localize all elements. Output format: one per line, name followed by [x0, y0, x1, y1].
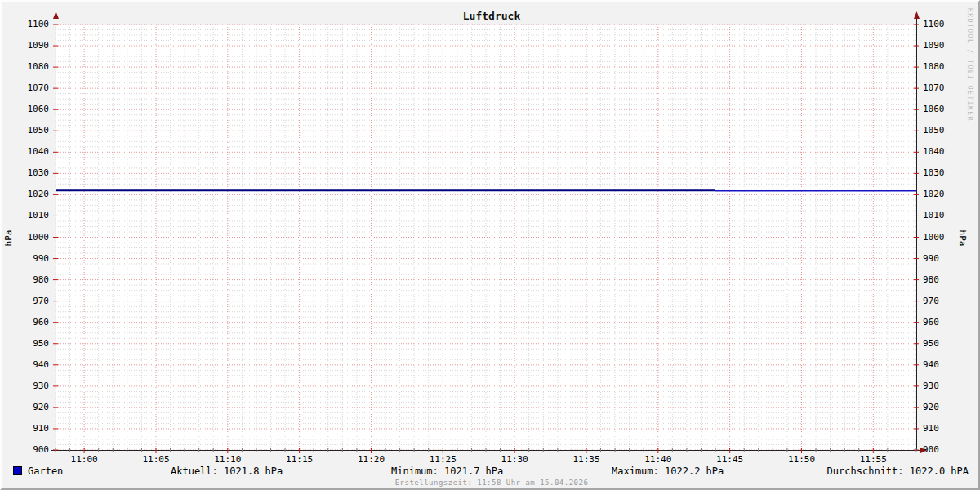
stat-durchschnitt: Durchschnitt: 1022.0 hPA	[827, 466, 969, 477]
stat-minimum: Minimum: 1021.7 hPa	[391, 466, 503, 477]
y-tick-label: 1050	[15, 126, 49, 136]
series-label: Garten	[28, 466, 63, 477]
y-tick-label: 900	[15, 445, 49, 455]
y-tick-label: 1010	[923, 211, 960, 220]
x-tick-label: 11:20	[358, 455, 385, 465]
series-color-swatch	[13, 466, 22, 475]
x-tick-label: 11:30	[501, 455, 528, 465]
y-tick-label: 910	[923, 424, 960, 434]
y-tick-label: 1090	[15, 41, 49, 51]
y-tick-label: 1030	[923, 168, 960, 178]
y-tick-label: 970	[15, 296, 49, 306]
y-tick-label: 980	[15, 275, 49, 285]
data-line	[56, 190, 916, 191]
y-tick-label: 1060	[923, 105, 960, 114]
y-axis-unit-right: hPa	[957, 222, 968, 255]
y-tick-label: 990	[923, 254, 960, 264]
chart-title: Luftdruck	[2, 10, 980, 22]
y-tick-label: 1100	[923, 20, 960, 29]
y-tick-label: 1070	[15, 83, 49, 93]
y-tick-label: 900	[923, 445, 960, 455]
rrdtool-watermark: RRDTOOL / TOBI OETIKER	[966, 8, 973, 122]
y-tick-label: 930	[923, 381, 960, 391]
x-tick-label: 11:35	[572, 455, 599, 465]
x-tick-label: 11:15	[286, 455, 313, 465]
y-tick-label: 910	[15, 424, 49, 434]
y-tick-label: 1080	[15, 62, 49, 72]
y-tick-label: 1030	[15, 168, 49, 178]
y-tick-label: 940	[15, 360, 49, 370]
y-tick-label: 1070	[923, 83, 960, 93]
y-tick-label: 1100	[15, 20, 49, 29]
y-axis-unit-left: hPa	[3, 222, 14, 255]
chart-plot-area	[2, 2, 980, 490]
stat-aktuell: Aktuell: 1021.8 hPa	[171, 466, 283, 477]
x-tick-label: 11:05	[142, 455, 169, 465]
x-tick-label: 11:45	[716, 455, 743, 465]
y-tick-label: 1050	[923, 126, 960, 136]
y-tick-label: 990	[15, 254, 49, 264]
y-tick-label: 1020	[923, 189, 960, 199]
y-tick-label: 970	[923, 296, 960, 306]
y-tick-label: 1090	[923, 41, 960, 51]
y-tick-label: 1020	[15, 189, 49, 199]
x-tick-label: 11:25	[430, 455, 457, 465]
y-tick-label: 1000	[15, 233, 49, 243]
y-tick-label: 1060	[15, 105, 49, 114]
y-tick-label: 960	[15, 318, 49, 327]
x-tick-label: 11:55	[860, 455, 887, 465]
y-tick-label: 1040	[923, 147, 960, 157]
legend-row: Garten Aktuell: 1021.8 hPa Minimum: 1021…	[2, 466, 980, 479]
y-tick-label: 1010	[15, 211, 49, 220]
y-tick-label: 1000	[923, 233, 960, 243]
y-tick-label: 960	[923, 318, 960, 327]
x-tick-label: 11:00	[71, 455, 98, 465]
x-tick-label: 11:40	[644, 455, 671, 465]
y-tick-label: 1040	[15, 147, 49, 157]
y-tick-label: 940	[923, 360, 960, 370]
ticks-minor	[56, 448, 916, 452]
y-tick-label: 930	[15, 381, 49, 391]
y-tick-label: 920	[15, 403, 49, 412]
y-tick-label: 950	[15, 339, 49, 349]
y-tick-label: 980	[923, 275, 960, 285]
x-tick-label: 11:50	[788, 455, 815, 465]
y-tick-label: 950	[923, 339, 960, 349]
x-tick-label: 11:10	[214, 455, 241, 465]
y-tick-label: 920	[923, 403, 960, 412]
creation-timestamp: Erstellungszeit: 11:58 Uhr am 15.04.2026	[2, 479, 980, 487]
y-tick-label: 1080	[923, 62, 960, 72]
rrdtool-graph: Luftdruck 900910920930940950960970980990…	[0, 0, 980, 490]
stat-maximum: Maximum: 1022.2 hPa	[612, 466, 724, 477]
